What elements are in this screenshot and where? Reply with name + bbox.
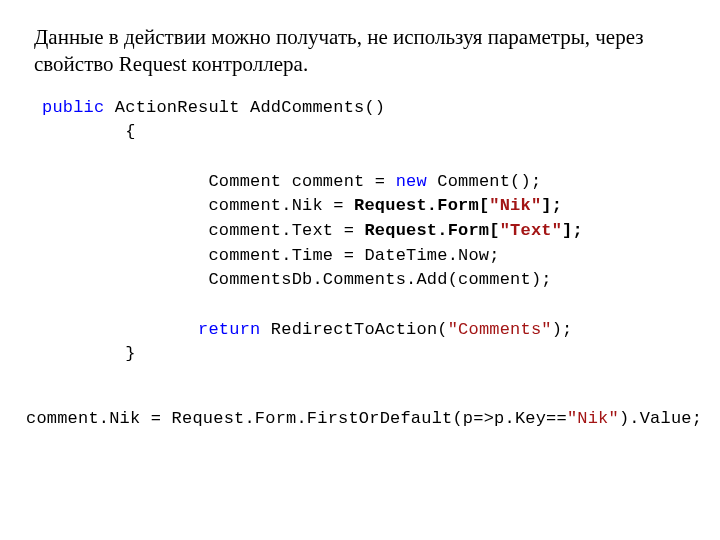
code-text: } <box>42 344 136 363</box>
code-text: { <box>42 122 136 141</box>
code-bold: Request.Form[ <box>354 196 489 215</box>
code-block-alt: comment.Nik = Request.Form.FirstOrDefaul… <box>26 407 686 432</box>
keyword-return: return <box>198 320 260 339</box>
code-bold: Request.Form[ <box>364 221 499 240</box>
string-literal: "Text" <box>500 221 562 240</box>
string-literal: "Comments" <box>448 320 552 339</box>
code-text: comment.Nik = <box>42 196 354 215</box>
code-text: ).Value; <box>619 409 702 428</box>
code-block-main: public ActionResult AddComments() { Comm… <box>42 96 686 367</box>
code-bold: ]; <box>541 196 562 215</box>
code-text: ); <box>552 320 573 339</box>
string-literal: "Nik" <box>489 196 541 215</box>
code-text: comment.Text = <box>42 221 364 240</box>
intro-paragraph: Данные в действии можно получать, не исп… <box>34 24 686 78</box>
code-text: comment.Time = DateTime.Now; <box>42 246 500 265</box>
keyword-public: public <box>42 98 104 117</box>
code-bold: ]; <box>562 221 583 240</box>
code-text: RedirectToAction( <box>260 320 447 339</box>
code-text <box>42 320 198 339</box>
code-text: Comment(); <box>427 172 541 191</box>
string-literal: "Nik" <box>567 409 619 428</box>
code-text: ActionResult AddComments() <box>104 98 385 117</box>
code-text: Comment comment = <box>42 172 396 191</box>
slide: Данные в действии можно получать, не исп… <box>0 0 720 540</box>
code-text: CommentsDb.Comments.Add(comment); <box>42 270 552 289</box>
keyword-new: new <box>396 172 427 191</box>
code-text: comment.Nik = Request.Form.FirstOrDefaul… <box>26 409 567 428</box>
